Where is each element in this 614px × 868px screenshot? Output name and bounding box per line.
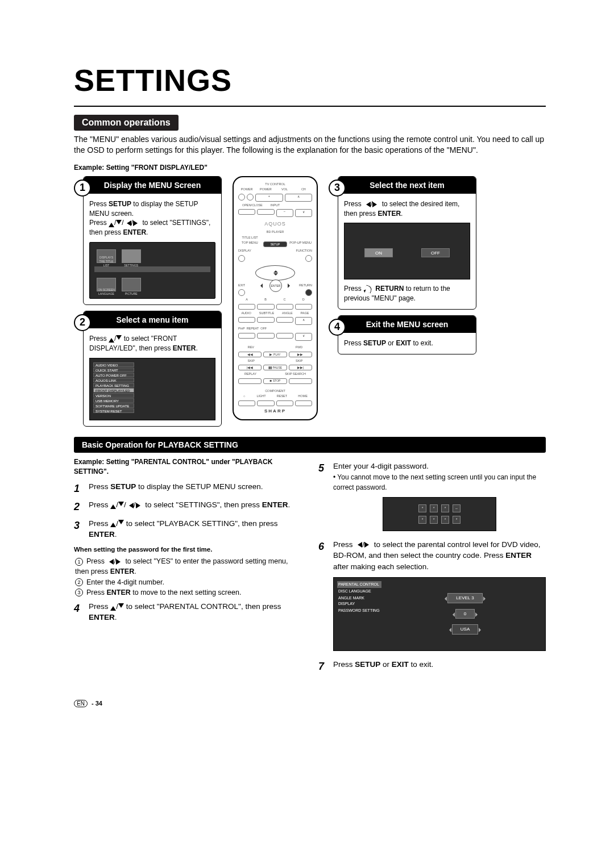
step-4-body: Press SETUP or EXIT to exit.	[338, 333, 476, 354]
example-top: Example: Setting "FRONT DISPLAY/LED"	[74, 164, 546, 172]
page-footer: EN - 34	[74, 700, 546, 707]
step-4-number: 4	[329, 319, 346, 336]
password-entry-screenshot: ***– ****	[383, 497, 496, 531]
down-arrow-icon	[116, 220, 122, 227]
dpad[interactable]: ENTER	[255, 265, 295, 281]
step-2-number: 2	[74, 314, 91, 331]
parental-control-screenshot: PARENTAL CONTROLDISC LANGUAGEANGLE MARK …	[333, 577, 546, 651]
step-2-screenshot: AUDIO VIDEO SETTINGSQUICK STARTAUTO POWE…	[89, 358, 215, 420]
return-icon	[364, 285, 372, 294]
sharp-logo: SHARP	[238, 408, 312, 414]
right-arrow-icon	[133, 220, 140, 226]
down-arrow-icon	[116, 335, 122, 343]
remote-control-illustration: TV CONTROL POWERPOWERVOLCH +∧ OPEN/CLOSE…	[233, 176, 318, 420]
left-arrow-icon	[124, 220, 131, 226]
intro-text: The "MENU" enables various audio/visual …	[74, 134, 546, 156]
up-arrow-icon	[109, 220, 114, 227]
enter-button[interactable]: ENTER	[269, 279, 282, 292]
step-1-screenshot: DISPLAYS THE TITLE LIST SETTINGS ON SCRE…	[89, 242, 215, 299]
step-3-number: 3	[329, 180, 346, 197]
playback-columns: Example: Setting "PARENTAL CONTROL" unde…	[74, 457, 546, 677]
step-1-body: Press SETUP to display the SETUP MENU sc…	[84, 194, 221, 304]
common-operations-header: Common operations	[74, 115, 179, 131]
setup-button[interactable]: SETUP	[263, 241, 288, 247]
up-arrow-icon	[109, 335, 114, 343]
playback-setting-header: Basic Operation for PLAYBACK SETTING	[74, 437, 546, 453]
step-3-body: Press / to select the desired item, then…	[338, 194, 476, 309]
steps-layout: 1 Display the MENU Screen Press SETUP to…	[74, 176, 546, 427]
step-2-header: Select a menu item	[84, 311, 221, 328]
right-arrow-icon	[372, 202, 380, 207]
left-arrow-icon	[363, 202, 371, 207]
step-1-header: Display the MENU Screen	[84, 177, 221, 194]
page-title: SETTINGS	[74, 62, 546, 98]
first-time-password-note: When setting the password for the first …	[74, 545, 301, 554]
step-3-screenshot: ON OFF	[344, 223, 470, 279]
aquos-logo: AQUOS	[238, 221, 312, 227]
step-4-header: Exit the MENU screen	[338, 316, 476, 333]
step-1-number: 1	[74, 180, 91, 197]
step-2-body: Press / to select "FRONT DISPLAY/LED", t…	[84, 328, 221, 426]
title-rule	[74, 106, 546, 107]
step-3-header: Select the next item	[338, 177, 476, 194]
